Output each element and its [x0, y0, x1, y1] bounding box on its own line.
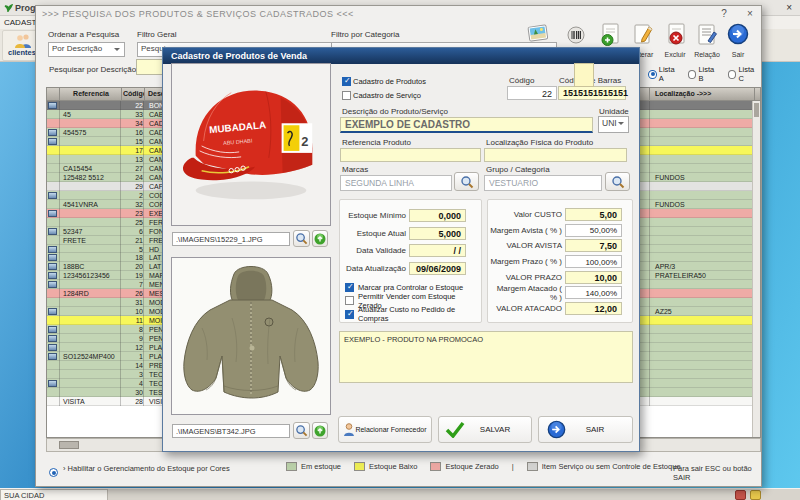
row-image-icon — [47, 325, 60, 334]
list-radio-lista-a[interactable]: Lista A — [648, 65, 681, 83]
photo2-load-button[interactable] — [312, 422, 328, 439]
price-field[interactable]: 140,00% — [565, 286, 622, 299]
barcode-icon[interactable] — [567, 26, 585, 44]
price-field[interactable]: 7,50 — [565, 239, 622, 252]
row-localizacao — [651, 352, 755, 361]
save-button[interactable]: SALVAR — [438, 416, 532, 443]
unit-label: Unidade — [599, 107, 629, 116]
brand-field[interactable]: SEGUNDA LINHA — [340, 175, 452, 191]
product-type-checkbox[interactable]: Cadastro de Produtos — [342, 77, 426, 86]
row-image-icon — [47, 164, 60, 173]
group-search-button[interactable] — [605, 172, 630, 191]
color-management-label: › Habilitar o Gerenciamento do Estoque p… — [63, 464, 230, 473]
row-localizacao — [651, 209, 755, 218]
description-field[interactable]: EXEMPLO DE CADASTRO — [340, 117, 593, 133]
color-management-radio[interactable] — [49, 468, 58, 477]
brand-label: Marcas — [342, 165, 368, 174]
row-codigo: 1 — [123, 352, 144, 361]
stock-flag-checkbox[interactable]: Atualizar Custo no Pedido de Compras — [340, 307, 481, 321]
stock-field[interactable]: 0,000 — [409, 209, 466, 222]
product-reference-field[interactable] — [340, 148, 481, 162]
price-field-row: Margem Avista ( % )50,00% — [488, 223, 632, 239]
header-referencia[interactable]: Referencia — [61, 88, 122, 100]
row-localizacao — [651, 164, 755, 173]
row-codigo: 9 — [123, 334, 144, 343]
physical-location-label: Localização Física do Produto — [486, 138, 593, 147]
stock-field[interactable]: 5,000 — [409, 227, 466, 240]
row-codigo: 18 — [123, 253, 144, 262]
row-image-icon — [47, 227, 60, 236]
help-button[interactable]: ? — [716, 8, 732, 19]
unit-select[interactable]: UNI — [598, 116, 629, 133]
report-icon[interactable] — [696, 23, 718, 47]
photo1-path-input[interactable]: .\IMAGENS\15229_1.JPG — [172, 232, 290, 246]
row-localizacao — [651, 298, 755, 307]
price-field[interactable]: 50,00% — [565, 224, 622, 237]
list-radio-lista-b[interactable]: Lista B — [688, 65, 721, 83]
row-image-icon — [47, 245, 60, 254]
codigo-label: Código — [509, 76, 534, 85]
barcode-field[interactable]: 1515151515151 — [558, 86, 626, 100]
edit-record-icon[interactable] — [632, 23, 654, 47]
price-field[interactable]: 10,00 — [565, 271, 622, 284]
group-category-field[interactable]: VESTUARIO — [484, 175, 602, 191]
codigo-field[interactable]: 22 — [507, 86, 557, 100]
price-field[interactable]: 100,00% — [565, 255, 622, 268]
row-referencia — [61, 307, 121, 316]
row-referencia — [61, 146, 121, 155]
vertical-scroll-thumb[interactable] — [754, 103, 759, 117]
close-window-button[interactable]: × — [742, 8, 758, 19]
row-codigo: 23 — [123, 209, 144, 218]
relate-supplier-button[interactable]: Relacionar Fornecedor — [338, 416, 432, 443]
exit-icon[interactable] — [727, 23, 749, 45]
row-referencia — [61, 101, 121, 110]
product-register-modal: Cadastro de Produtos de Venda MUBADALA A… — [162, 47, 640, 452]
price-field[interactable]: 5,00 — [565, 208, 622, 221]
brand-search-button[interactable] — [454, 172, 479, 191]
tray-folder-icon[interactable] — [750, 490, 761, 500]
photo1-search-button[interactable] — [293, 230, 310, 247]
legend-swatch — [354, 462, 365, 471]
green-orb-icon — [314, 425, 326, 437]
svg-text:2: 2 — [301, 134, 308, 149]
service-type-checkbox[interactable]: Cadastro de Serviço — [342, 91, 421, 100]
legend-separator: | — [512, 462, 514, 471]
row-codigo: 10 — [123, 307, 144, 316]
row-localizacao — [651, 370, 755, 379]
main-close-button[interactable]: × — [786, 2, 792, 13]
header-localizacao[interactable]: Localização ->>> — [651, 88, 755, 100]
general-filter-label: Filtro Geral — [137, 30, 177, 39]
list-radio-lista-c[interactable]: Lista C — [728, 65, 761, 83]
stock-field[interactable]: / / — [409, 244, 466, 257]
row-codigo: 15 — [123, 137, 144, 146]
order-search-select[interactable]: Por Descrição — [48, 42, 125, 57]
legend-item: Estoque Zerado — [430, 462, 498, 471]
row-localizacao — [651, 397, 755, 406]
exit-modal-button[interactable]: SAIR — [538, 416, 633, 443]
horizontal-scroll-thumb[interactable] — [59, 441, 79, 449]
photo-icon[interactable] — [527, 23, 549, 47]
search-description-label: Pesquisar por Descrição — [49, 65, 136, 74]
tray-red-icon[interactable] — [735, 490, 746, 500]
photo2-path-input[interactable]: .\IMAGENS\BT342.JPG — [172, 424, 290, 438]
row-localizacao — [651, 379, 755, 388]
delete-record-icon[interactable] — [665, 23, 687, 47]
add-record-icon[interactable] — [599, 23, 621, 47]
row-referencia — [61, 343, 121, 352]
row-referencia: 45 — [61, 110, 121, 119]
stock-field[interactable]: 09/06/2009 — [409, 262, 466, 275]
header-codigo[interactable]: Código — [123, 88, 145, 100]
row-localizacao — [651, 218, 755, 227]
product-photo-frame-1: MUBADALA ABU DHABI 2 — [171, 63, 331, 226]
exit-hint: Para sair ESC ou botão SAIR — [673, 464, 761, 482]
modal-titlebar[interactable]: Cadastro de Produtos de Venda — [163, 48, 639, 64]
row-codigo: 26 — [123, 289, 144, 298]
photo1-load-button[interactable] — [312, 230, 328, 247]
physical-location-field[interactable] — [484, 148, 627, 162]
price-field[interactable]: 12,00 — [565, 302, 622, 315]
observation-textarea[interactable]: EXEMPLO - PRODUTO NA PROMOCAO — [339, 331, 633, 383]
legend-swatch — [430, 462, 441, 471]
vertical-scrollbar[interactable] — [752, 101, 760, 437]
photo2-search-button[interactable] — [293, 422, 310, 439]
row-codigo: 12 — [123, 343, 144, 352]
